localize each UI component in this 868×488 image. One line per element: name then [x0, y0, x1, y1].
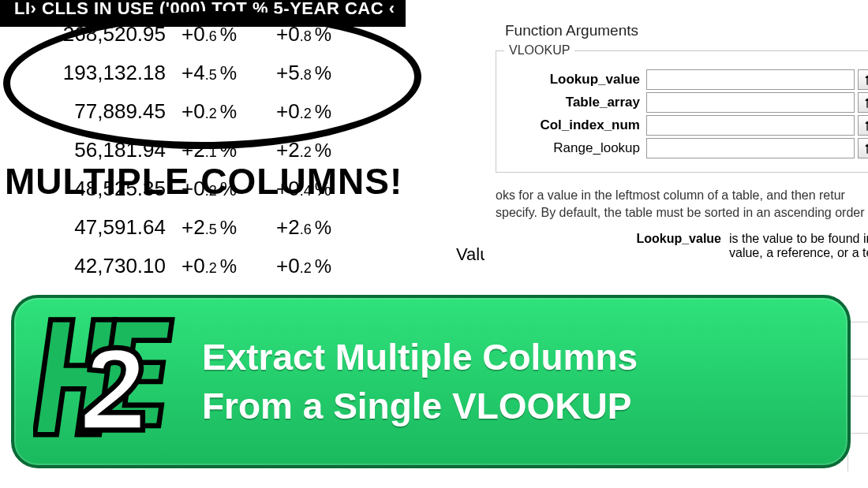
cell-tot-pct: +0.6% [177, 22, 271, 47]
argument-label: Range_lookup [506, 140, 646, 156]
argument-row: Lookup_value⭡ [506, 69, 868, 90]
vlookup-fieldset: VLOOKUP Lookup_value⭡Table_array⭡Col_ind… [496, 50, 868, 173]
cell-cagr-pct: +0.2% [271, 99, 366, 124]
collapse-dialog-icon: ⭡ [862, 120, 868, 132]
argument-row: Range_lookup⭡ [506, 138, 868, 158]
cell-tot-pct: +4.5% [177, 61, 271, 85]
cell-cagr-pct: +5.8% [271, 61, 366, 85]
cell-tot-pct: +2.1% [177, 138, 271, 162]
function-arguments-dialog: Function Arguments VLOOKUP Lookup_value⭡… [485, 22, 868, 260]
col-index-num-input[interactable] [646, 115, 855, 136]
title-banner: Extract Multiple Columns From a Single V… [11, 295, 851, 468]
argument-label: Col_index_num [506, 117, 646, 133]
argument-label: Lookup_value [506, 72, 646, 88]
cell-value: 268,520.95 [11, 22, 177, 47]
cell-tot-pct: +2.5% [177, 215, 271, 240]
table-row: 193,132.18+4.5%+5.8% [11, 61, 406, 99]
argument-help: Lookup_value is the value to be found in… [496, 232, 868, 260]
overlay-headline: MULTIPLE COLUMNS! [5, 160, 402, 203]
range-selector-button[interactable]: ⭡ [858, 69, 868, 90]
cell-value: 193,132.18 [11, 61, 177, 85]
cell-cagr-pct: +0.2% [271, 254, 366, 278]
collapse-dialog-icon: ⭡ [862, 97, 868, 109]
argument-row: Col_index_num⭡ [506, 115, 868, 136]
argument-row: Table_array⭡ [506, 92, 868, 113]
range-selector-button[interactable]: ⭡ [858, 138, 868, 158]
collapse-dialog-icon: ⭡ [862, 143, 868, 155]
table-row: 42,730.10+0.2%+0.2% [11, 254, 406, 292]
cell-tot-pct: +0.2% [177, 99, 271, 124]
range-lookup-input[interactable] [646, 138, 855, 158]
banner-line-2: From a Single VLOOKUP [202, 386, 631, 427]
h2e-logo [33, 315, 181, 448]
argument-help-name: Lookup_value [496, 232, 729, 260]
table-row: 77,889.45+0.2%+0.2% [11, 99, 406, 138]
range-selector-button[interactable]: ⭡ [858, 92, 868, 113]
cell-value: 56,181.94 [11, 138, 177, 162]
fieldset-legend: VLOOKUP [504, 43, 574, 58]
cell-value: 77,889.45 [11, 99, 177, 124]
cell-tot-pct: +0.2% [177, 254, 271, 278]
table-array-input[interactable] [646, 92, 855, 113]
table-row: 47,591.64+2.5%+2.6% [11, 215, 406, 254]
banner-line-1: Extract Multiple Columns [202, 337, 638, 378]
cell-cagr-pct: +2.6% [271, 215, 366, 240]
banner-text: Extract Multiple Columns From a Single V… [202, 333, 638, 430]
cell-cagr-pct: +0.8% [271, 22, 366, 47]
collapse-dialog-icon: ⭡ [862, 74, 868, 86]
data-table: 268,520.95+0.6%+0.8%193,132.18+4.5%+5.8%… [11, 22, 406, 292]
cell-value: 42,730.10 [11, 254, 177, 278]
cell-cagr-pct: +2.2% [271, 138, 366, 162]
lookup-value-input[interactable] [646, 69, 855, 90]
table-row: 268,520.95+0.6%+0.8% [11, 22, 406, 61]
argument-label: Table_array [506, 95, 646, 110]
range-selector-button[interactable]: ⭡ [858, 115, 868, 136]
dialog-description: oks for a value in the leftmost column o… [496, 187, 868, 221]
cell-value: 47,591.64 [11, 215, 177, 240]
